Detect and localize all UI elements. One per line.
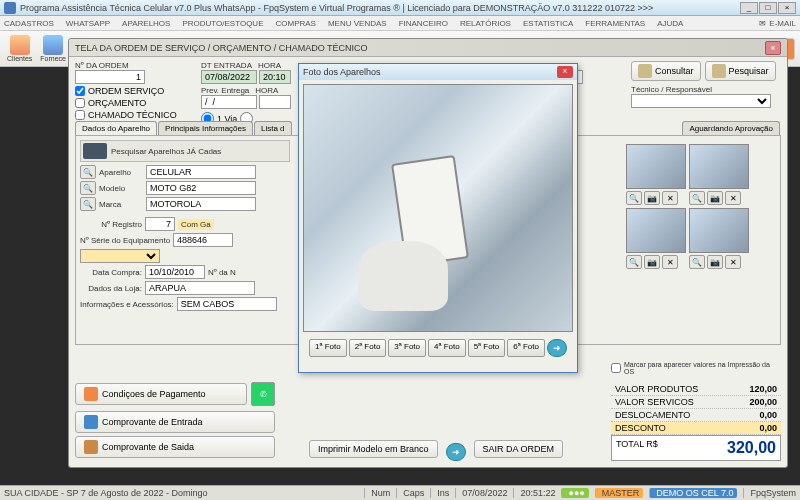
sair-ordem-button[interactable]: SAIR DA ORDEM [474,440,564,458]
photo-thumb-4[interactable] [689,208,749,253]
foto4-button[interactable]: 4ª Foto [428,339,466,357]
statusbar: SUA CIDADE - SP 7 de Agosto de 2022 - Do… [0,485,800,500]
lookup-aparelho[interactable]: 🔍 [80,165,96,179]
photo-dialog-title: Foto dos Aparelhos [303,67,381,77]
foto1-button[interactable]: 1ª Foto [309,339,347,357]
thumb4-del[interactable]: ✕ [725,255,741,269]
tb-fornece[interactable]: Fornece [37,34,69,63]
thumb3-view[interactable]: 🔍 [626,255,642,269]
foto2-button[interactable]: 2ª Foto [349,339,387,357]
money-icon [84,387,98,401]
hora2-input[interactable] [259,95,291,109]
comprovante-entrada-button[interactable]: Comprovante de Entrada [75,411,275,433]
order-close-button[interactable]: × [765,41,781,55]
registro-input[interactable] [145,217,175,231]
desconto: 0,00 [759,423,777,433]
serie-select[interactable] [80,249,160,263]
menu-cadastros[interactable]: CADASTROS [4,19,54,28]
comprovante-saida-button[interactable]: Comprovante de Saida [75,436,275,458]
status-master: MASTER [595,488,644,498]
app-icon [4,2,16,14]
valor-produtos: 120,00 [749,384,777,394]
tecnico-select[interactable] [631,94,771,108]
chk-marcar-valores[interactable] [611,363,621,373]
status-city: SUA CIDADE - SP 7 de Agosto de 2022 - Do… [4,488,207,498]
thumb1-view[interactable]: 🔍 [626,191,642,205]
thumb3-cam[interactable]: 📷 [644,255,660,269]
tab-dados-aparelho[interactable]: Dados do Aparelho [75,121,157,135]
chk-ordem-servico[interactable] [75,86,85,96]
menu-email[interactable]: ✉ E-MAIL [759,19,796,28]
thumb4-view[interactable]: 🔍 [689,255,705,269]
photo-thumb-3[interactable] [626,208,686,253]
photo-thumb-1[interactable] [626,144,686,189]
photo-dialog-close[interactable]: × [557,66,573,78]
thumb1-del[interactable]: ✕ [662,191,678,205]
cond-pagamento-button[interactable]: Condiçoes de Pagamento [75,383,247,405]
order-window-title: TELA DA ORDEM DE SERVIÇO / ORÇAMENTO / C… [69,39,787,57]
close-button[interactable]: × [778,2,796,14]
binoculars-icon [712,64,726,78]
lookup-modelo[interactable]: 🔍 [80,181,96,195]
menu-aparelhos[interactable]: APARELHOS [122,19,170,28]
imprimir-button[interactable]: Imprimir Modelo em Branco [309,440,438,458]
menu-produto[interactable]: PRODUTO/ESTOQUE [182,19,263,28]
total-value: 320,00 [727,439,776,457]
order-no-label: Nº DA ORDEM [75,61,195,70]
foto6-button[interactable]: 6ª Foto [507,339,545,357]
photo-next-button[interactable]: ➜ [547,339,567,357]
info-input[interactable] [177,297,277,311]
order-no-input[interactable] [75,70,145,84]
aparelho-input[interactable] [146,165,256,179]
marca-input[interactable] [146,197,256,211]
valor-servicos: 200,00 [749,397,777,407]
photo-preview [303,84,573,332]
hora-input[interactable] [259,70,291,84]
thumb3-del[interactable]: ✕ [662,255,678,269]
tab-principais-info[interactable]: Principais Informações [158,121,253,135]
menu-compras[interactable]: COMPRAS [275,19,315,28]
photo-dialog: Foto dos Aparelhos× 1ª Foto 2ª Foto 3ª F… [298,63,578,373]
tab-lista[interactable]: Lista d [254,121,292,135]
whatsapp-button[interactable]: ✆ [251,382,275,406]
thumb4-cam[interactable]: 📷 [707,255,723,269]
minimize-button[interactable]: _ [740,2,758,14]
menu-ferramentas[interactable]: FERRAMENTAS [585,19,645,28]
tb-clientes[interactable]: Clientes [4,34,35,63]
menu-ajuda[interactable]: AJUDA [657,19,683,28]
menu-financeiro[interactable]: FINANCEIRO [399,19,448,28]
menu-relatorios[interactable]: RELATÓRIOS [460,19,511,28]
loja-input[interactable] [145,281,255,295]
app-titlebar: Programa Assistência Técnica Celular v7.… [0,0,800,16]
menu-estatistica[interactable]: ESTATISTICA [523,19,573,28]
menu-whatsapp[interactable]: WHATSAPP [66,19,110,28]
device-icon [83,143,107,159]
doc-in-icon [84,415,98,429]
foto3-button[interactable]: 3ª Foto [388,339,426,357]
next-arrow-button[interactable]: ➜ [446,443,466,461]
consultar-button[interactable]: Consultar [631,61,701,81]
modelo-input[interactable] [146,181,256,195]
prev-entrega-input[interactable] [201,95,257,109]
doc-out-icon [84,440,98,454]
photo-thumb-2[interactable] [689,144,749,189]
menu-vendas[interactable]: MENU VENDAS [328,19,387,28]
maximize-button[interactable]: □ [759,2,777,14]
pesquisar-button[interactable]: Pesquisar [705,61,776,81]
lookup-marca[interactable]: 🔍 [80,197,96,211]
serie-input[interactable] [173,233,233,247]
chk-orcamento[interactable] [75,98,85,108]
app-title: Programa Assistência Técnica Celular v7.… [20,3,740,13]
dtcompra-input[interactable] [145,265,205,279]
status-demo: DEMO OS CEL 7.0 [649,488,737,498]
foto5-button[interactable]: 5ª Foto [468,339,506,357]
menubar: CADASTROS WHATSAPP APARELHOS PRODUTO/EST… [0,16,800,31]
tab-aguardando[interactable]: Aguardando Aprovação [682,121,780,135]
thumb1-cam[interactable]: 📷 [644,191,660,205]
deslocamento: 0,00 [759,410,777,420]
thumb2-view[interactable]: 🔍 [689,191,705,205]
thumb2-cam[interactable]: 📷 [707,191,723,205]
thumb2-del[interactable]: ✕ [725,191,741,205]
search-icon [638,64,652,78]
dt-entrada-input[interactable] [201,70,257,84]
